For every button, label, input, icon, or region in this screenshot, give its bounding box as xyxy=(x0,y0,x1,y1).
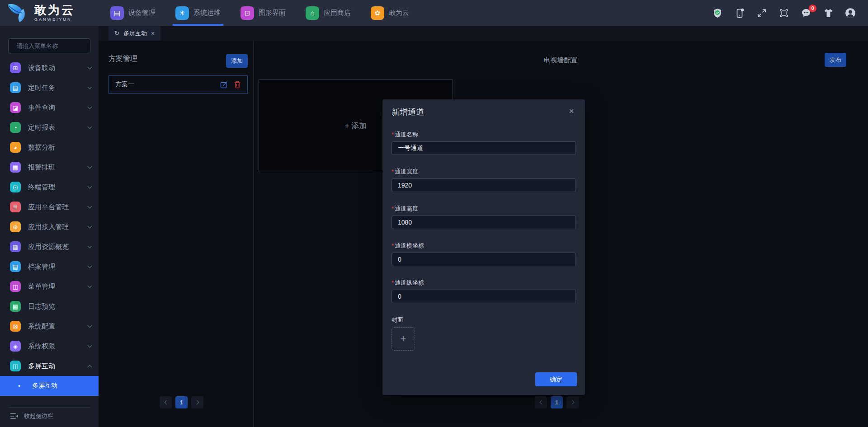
sidebar-item-terminal-management[interactable]: ⊡ 终端管理 xyxy=(0,177,99,197)
sidebar-item-archive-management[interactable]: ▤ 档案管理 xyxy=(0,257,99,277)
modal-title: 新增通道 xyxy=(392,99,576,117)
channel-y-input[interactable] xyxy=(392,290,576,303)
sidebar-item-label: 事件查询 xyxy=(28,103,55,112)
sidebar-item-label: 数据分析 xyxy=(28,143,55,152)
prev-page-button[interactable] xyxy=(535,396,547,408)
edit-icon[interactable] xyxy=(220,81,228,89)
tv-panel-title: 电视墙配置 xyxy=(253,56,868,65)
chevron-down-icon xyxy=(88,105,92,109)
nav-item-graphic-ui[interactable]: ⊡ 图形界面 xyxy=(241,0,286,26)
nav-item-ganweiyun[interactable]: ✿ 敢为云 xyxy=(371,0,409,26)
nav-item-system-ops[interactable]: ✳ 系统运维 xyxy=(175,0,221,26)
collapse-sidebar-button[interactable]: 收起侧边栏 xyxy=(10,409,53,423)
terminal-management-icon: ⊡ xyxy=(10,182,21,192)
sidebar-item-app-resource-overview[interactable]: ▦ 应用资源概览 xyxy=(0,237,99,257)
field-channel-x: *通道横坐标 xyxy=(392,242,576,266)
tab-multiscreen[interactable]: ↻ 多屏互动 × xyxy=(108,26,160,41)
sidebar-item-event-query[interactable]: ◪ 事件查询 xyxy=(0,98,99,117)
sidebar-item-label: 日志预览 xyxy=(28,302,55,311)
nav-item-device-management[interactable]: ▤ 设备管理 xyxy=(110,0,156,26)
page-number-button[interactable]: 1 xyxy=(551,396,563,408)
next-page-button[interactable] xyxy=(191,396,203,408)
sidebar-item-device-linkage[interactable]: ⊞ 设备联动 xyxy=(0,58,99,78)
plan-list-item[interactable]: 方案一 xyxy=(108,75,248,94)
user-avatar[interactable] xyxy=(844,7,856,19)
scheduled-reports-icon: ◔ xyxy=(10,122,21,133)
sidebar-item-label: 系统配置 xyxy=(28,322,55,331)
sidebar: ⊞ 设备联动 ▤ 定时任务 ◪ 事件查询 ◔ 定时报表 ◕ 数据分析 xyxy=(0,26,99,427)
sidebar-item-label: 应用接入管理 xyxy=(28,223,69,231)
cover-upload-button[interactable]: + xyxy=(392,327,415,351)
chevron-down-icon xyxy=(88,184,92,189)
sidebar-item-label: 应用资源概览 xyxy=(28,243,69,251)
sidebar-menu: ⊞ 设备联动 ▤ 定时任务 ◪ 事件查询 ◔ 定时报表 ◕ 数据分析 xyxy=(0,58,99,396)
chevron-down-icon xyxy=(88,85,92,89)
field-label: 通道纵坐标 xyxy=(395,279,424,286)
sidebar-item-alarm-scheduling[interactable]: ▦ 报警排班 xyxy=(0,157,99,177)
field-channel-height: *通道高度 xyxy=(392,205,576,229)
field-channel-name: *通道名称 xyxy=(392,131,576,155)
chevron-left-icon xyxy=(539,400,544,405)
mobile-device-icon[interactable] xyxy=(734,7,745,19)
sidebar-subitem-multiscreen[interactable]: • 多屏互动 xyxy=(0,376,99,396)
field-channel-width: *通道宽度 xyxy=(392,168,576,192)
sidebar-item-log-preview[interactable]: ▤ 日志预览 xyxy=(0,296,99,316)
fullscreen-icon[interactable] xyxy=(756,7,768,19)
chevron-down-icon xyxy=(88,224,92,229)
sidebar-item-multiscreen[interactable]: ◫ 多屏互动 xyxy=(0,356,99,376)
channel-x-input[interactable] xyxy=(392,253,576,266)
chevron-down-icon xyxy=(88,204,92,209)
system-ops-icon: ✳ xyxy=(175,6,189,20)
chevron-right-icon xyxy=(194,400,199,405)
next-page-button[interactable] xyxy=(566,396,579,408)
graphic-ui-icon: ⊡ xyxy=(241,6,254,20)
delete-icon[interactable] xyxy=(234,81,241,89)
nav-menu: ▤ 设备管理 ✳ 系统运维 ⊡ 图形界面 ⌂ 应用商店 ✿ 敢为云 xyxy=(110,0,409,26)
channel-width-input[interactable] xyxy=(392,178,576,192)
prev-page-button[interactable] xyxy=(160,396,172,408)
sidebar-item-scheduled-reports[interactable]: ◔ 定时报表 xyxy=(0,117,99,137)
screenshot-frame-icon[interactable] xyxy=(778,7,790,19)
menu-search-box xyxy=(8,38,90,53)
menu-search-input[interactable] xyxy=(17,42,96,49)
messages-icon[interactable]: 0 xyxy=(800,7,812,19)
refresh-icon[interactable]: ↻ xyxy=(114,30,119,37)
scheduled-tasks-icon: ▤ xyxy=(10,82,21,93)
tv-pagination: 1 xyxy=(535,396,579,408)
app-resource-icon: ▦ xyxy=(10,241,21,252)
required-asterisk: * xyxy=(392,242,394,249)
sidebar-divider xyxy=(9,407,90,408)
nav-item-app-store[interactable]: ⌂ 应用商店 xyxy=(306,0,351,26)
confirm-button[interactable]: 确定 xyxy=(535,372,577,386)
collapse-label: 收起侧边栏 xyxy=(24,412,53,420)
channel-name-input[interactable] xyxy=(392,141,576,155)
chevron-left-icon xyxy=(164,400,169,405)
sidebar-item-menu-management[interactable]: ◫ 菜单管理 xyxy=(0,277,99,296)
multiscreen-icon: ◫ xyxy=(10,361,21,371)
sidebar-item-system-permissions[interactable]: ◈ 系统权限 xyxy=(0,336,99,356)
system-permissions-icon: ◈ xyxy=(10,341,21,352)
navbar-tools: 0 xyxy=(712,7,868,19)
sidebar-item-app-access-management[interactable]: ⊕ 应用接入管理 xyxy=(0,217,99,237)
sidebar-item-system-config[interactable]: ⊠ 系统配置 xyxy=(0,316,99,336)
add-plan-button[interactable]: 添加 xyxy=(226,54,248,68)
sidebar-item-label: 设备联动 xyxy=(28,64,55,72)
device-management-icon: ▤ xyxy=(110,6,124,20)
sidebar-item-data-analysis[interactable]: ◕ 数据分析 xyxy=(0,137,99,157)
close-icon[interactable]: × xyxy=(566,106,577,117)
nav-item-label: 图形界面 xyxy=(259,9,286,17)
theme-shirt-icon[interactable] xyxy=(822,7,834,19)
sidebar-item-scheduled-tasks[interactable]: ▤ 定时任务 xyxy=(0,78,99,98)
tab-close-icon[interactable]: × xyxy=(151,30,155,37)
field-label: 通道高度 xyxy=(395,205,418,212)
brand-subtitle: GANWEIYUN xyxy=(34,17,75,22)
chevron-down-icon xyxy=(88,343,92,348)
security-shield-icon[interactable] xyxy=(712,7,723,19)
page-number-button[interactable]: 1 xyxy=(175,396,188,408)
sidebar-item-app-platform-management[interactable]: ≣ 应用平台管理 xyxy=(0,197,99,217)
channel-height-input[interactable] xyxy=(392,216,576,229)
field-label: 通道名称 xyxy=(395,131,418,138)
chevron-down-icon xyxy=(88,65,92,70)
publish-button[interactable]: 发布 xyxy=(825,53,846,67)
system-config-icon: ⊠ xyxy=(10,321,21,332)
